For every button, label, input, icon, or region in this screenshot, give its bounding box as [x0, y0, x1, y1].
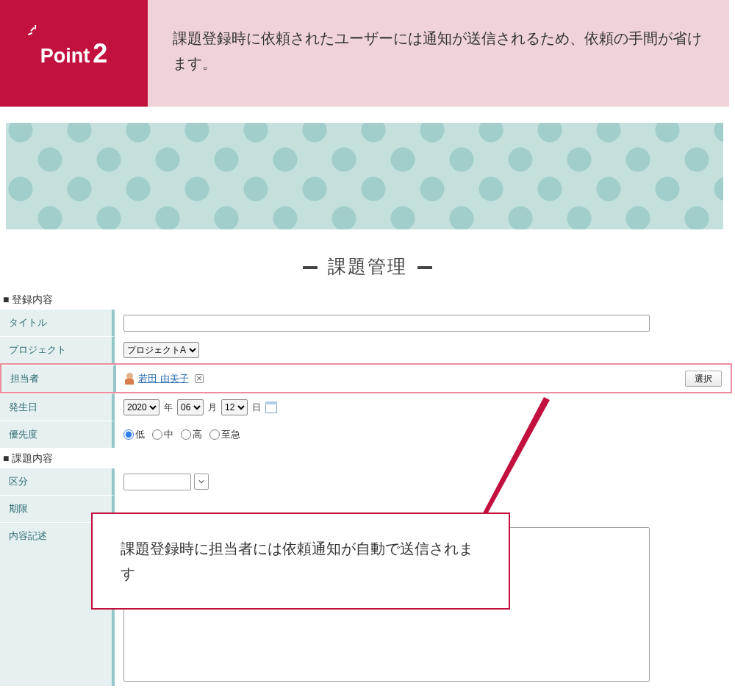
priority-low[interactable]: 低	[123, 428, 145, 441]
day-suffix: 日	[252, 401, 261, 414]
callout-box: 課題登録時に担当者には依頼通知が自動で送信されます	[91, 512, 510, 610]
page-title: 課題管理	[0, 254, 735, 279]
label-title: タイトル	[0, 310, 115, 336]
decorative-stripe	[6, 123, 723, 229]
day-select[interactable]: 12	[221, 399, 248, 415]
label-category: 区分	[0, 468, 115, 495]
remove-assignee-icon[interactable]	[195, 374, 204, 383]
assignee-link[interactable]: 若田 由美子	[138, 372, 189, 385]
year-suffix: 年	[164, 401, 173, 414]
title-bar-icon	[303, 266, 318, 269]
accent-ticks-icon	[28, 26, 40, 38]
month-select[interactable]: 06	[177, 399, 204, 415]
title-input[interactable]	[123, 315, 650, 332]
section-issue: ■ 課題内容	[3, 452, 735, 465]
priority-high[interactable]: 高	[181, 428, 202, 441]
chevron-down-icon	[198, 479, 204, 485]
category-dropdown-button[interactable]	[194, 474, 209, 490]
category-input[interactable]	[123, 474, 191, 490]
priority-mid[interactable]: 中	[152, 428, 173, 441]
person-icon	[125, 374, 134, 384]
label-priority: 優先度	[0, 421, 115, 448]
select-assignee-button[interactable]: 選択	[685, 371, 722, 387]
section-register: ■ 登録内容	[3, 293, 735, 307]
point-badge: Point2	[0, 0, 148, 107]
point-number: 2	[93, 38, 107, 68]
project-select[interactable]: プロジェクトA	[123, 342, 199, 358]
label-project: プロジェクト	[0, 336, 115, 363]
priority-urgent[interactable]: 至急	[209, 428, 240, 441]
label-date: 発生日	[0, 393, 115, 421]
title-bar-icon	[417, 266, 432, 269]
year-select[interactable]: 2020	[123, 399, 159, 415]
month-suffix: 月	[208, 401, 217, 414]
calendar-icon[interactable]	[265, 401, 277, 413]
label-assignee: 担当者	[1, 365, 116, 392]
point-label: Point	[40, 45, 90, 67]
point-description: 課題登録時に依頼されたユーザーには通知が送信されるため、依頼の手間が省けます。	[148, 0, 729, 107]
